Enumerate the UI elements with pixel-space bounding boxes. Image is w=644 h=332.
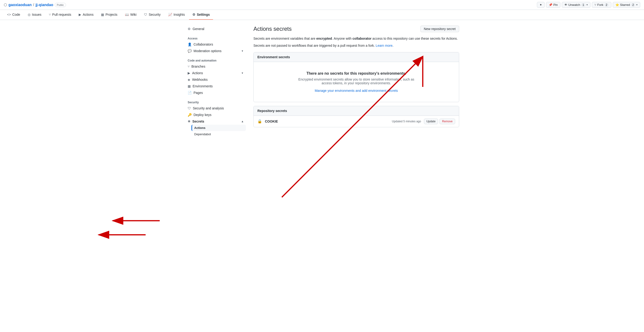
main-content: Actions secrets New repository secret Se… [254, 26, 459, 137]
page-header: Actions secrets New repository secret [254, 26, 459, 32]
pages-icon: 📄 [188, 91, 192, 94]
org-link[interactable]: gaoxiaoduan [8, 3, 32, 7]
sidebar-item-secrets-actions[interactable]: Actions [192, 125, 246, 131]
repo-secrets-header: Repository secrets [254, 106, 459, 116]
separator: / [33, 3, 34, 7]
actions-sidebar-icon: ▶ [188, 71, 190, 75]
sidebar-section-code-automation: Code and automation [185, 56, 246, 63]
eye-icon: 👁 [564, 3, 568, 6]
description-line2: Secrets are not passed to workflows that… [254, 43, 459, 48]
sidebar-item-actions[interactable]: ▶ Actions ▾ [185, 70, 246, 76]
sidebar-item-collaborators[interactable]: 👤 Collaborators [185, 41, 246, 48]
sidebar-item-environments[interactable]: ▦ Environments [185, 83, 246, 90]
branches-icon: ⑂ [188, 64, 190, 68]
pin-button[interactable]: 📌 Pin [546, 2, 560, 8]
wiki-icon: 📖 [125, 13, 129, 16]
sidebar: ⚙ General Access 👤 Collaborators 💬 Moder… [185, 26, 246, 137]
secret-updated-cookie: Updated 5 minutes ago [392, 120, 421, 123]
new-repository-secret-button[interactable]: New repository secret [420, 26, 459, 32]
sidebar-item-secrets[interactable]: ✳ Secrets ▴ [185, 118, 246, 125]
pr-icon: ⑂ [49, 13, 51, 16]
webhooks-icon: ◈ [188, 78, 190, 82]
sidebar-section-access: Access [185, 34, 246, 41]
sidebar-item-pages[interactable]: 📄 Pages [185, 90, 246, 96]
chevron-up-icon: ▴ [242, 120, 243, 123]
security-icon: 🛡 [144, 13, 147, 16]
secrets-icon: ✳ [188, 120, 190, 123]
sidebar-item-moderation[interactable]: 💬 Moderation options ▾ [185, 48, 246, 54]
pin-icon: 📌 [549, 3, 552, 6]
chevron-down-icon: ▾ [242, 49, 243, 52]
secret-row-cookie: 🔒 COOKIE Updated 5 minutes ago Update Re… [254, 116, 459, 127]
issues-icon: ◎ [28, 13, 30, 16]
repo-secrets-section: Repository secrets 🔒 COOKIE Updated 5 mi… [254, 106, 459, 127]
sidebar-item-webhooks[interactable]: ◈ Webhooks [185, 76, 246, 83]
shield-icon: 🛡 [188, 106, 191, 110]
tab-pull-requests[interactable]: ⑂ Pull requests [46, 10, 74, 20]
secret-actions-cookie: Update Remove [424, 118, 455, 124]
key-icon: 🔑 [188, 113, 192, 117]
sidebar-section-security: Security [185, 98, 246, 105]
fork-button[interactable]: ⑂ Fork 2 [592, 2, 611, 8]
tab-bar: <> Code ◎ Issues ⑂ Pull requests ▶ Actio… [0, 10, 644, 20]
tab-code[interactable]: <> Code [4, 10, 24, 20]
fork-icon: ⑂ [594, 3, 596, 6]
sidebar-item-general[interactable]: ⚙ General [185, 26, 246, 32]
notifications-button[interactable]: ✦ [537, 2, 545, 8]
page-title: Actions secrets [254, 26, 292, 32]
projects-icon: ▦ [101, 13, 104, 16]
star-button[interactable]: ⭐ Starred 2 ▾ [613, 2, 640, 8]
top-actions: ✦ 📌 Pin 👁 Unwatch 1 ▾ ⑂ Fork 2 ⭐ Starred… [537, 2, 640, 8]
code-icon: <> [7, 13, 11, 16]
settings-icon: ⚙ [192, 13, 196, 16]
top-bar: ⬡ gaoxiaoduan / jj-qiandao Public ✦ 📌 Pi… [0, 0, 644, 10]
moderation-icon: 💬 [188, 49, 192, 53]
repo-icon: ⬡ [4, 2, 7, 7]
env-secrets-empty-title: There are no secrets for this repository… [258, 72, 455, 76]
tab-settings[interactable]: ⚙ Settings [189, 10, 213, 20]
actions-icon: ▶ [79, 13, 81, 16]
env-secrets-section: Environment secrets There are no secrets… [254, 52, 459, 102]
sidebar-secrets-sub: Actions Dependabot [185, 125, 246, 137]
secret-name-cookie: COOKIE [265, 120, 389, 123]
update-button-cookie[interactable]: Update [424, 118, 438, 124]
tab-issues[interactable]: ◎ Issues [24, 10, 44, 20]
tab-actions[interactable]: ▶ Actions [76, 10, 97, 20]
sparkle-icon: ✦ [540, 3, 542, 6]
sidebar-item-branches[interactable]: ⑂ Branches [185, 63, 246, 70]
learn-more-link[interactable]: Learn more [376, 44, 393, 48]
person-icon: 👤 [188, 42, 192, 46]
star-icon: ⭐ [615, 3, 619, 6]
tab-security[interactable]: 🛡 Security [141, 10, 164, 20]
environments-icon: ▦ [188, 84, 191, 88]
tab-wiki[interactable]: 📖 Wiki [122, 10, 140, 20]
repo-title: ⬡ gaoxiaoduan / jj-qiandao Public [4, 2, 535, 7]
tab-projects[interactable]: ▦ Projects [98, 10, 121, 20]
repo-link[interactable]: jj-qiandao [36, 3, 53, 7]
sidebar-item-secrets-dependabot[interactable]: Dependabot [192, 131, 246, 137]
env-secrets-empty-desc: Encrypted environment secrets allow you … [298, 78, 415, 85]
env-secrets-header: Environment secrets [254, 52, 459, 62]
unwatch-dropdown-icon[interactable]: ▾ [586, 3, 588, 6]
sidebar-item-security-analysis[interactable]: 🛡 Security and analysis [185, 105, 246, 112]
unwatch-button[interactable]: 👁 Unwatch 1 ▾ [562, 2, 590, 8]
tab-insights[interactable]: 📈 Insights [165, 10, 188, 20]
lock-icon: 🔒 [258, 119, 262, 124]
env-secrets-empty-state: There are no secrets for this repository… [254, 62, 459, 102]
sidebar-item-deploy-keys[interactable]: 🔑 Deploy keys [185, 112, 246, 118]
visibility-badge: Public [55, 3, 66, 7]
gear-icon: ⚙ [188, 27, 191, 31]
chevron-down-icon-actions: ▾ [242, 72, 243, 75]
main-layout: ⚙ General Access 👤 Collaborators 💬 Moder… [181, 20, 463, 143]
star-dropdown-icon[interactable]: ▾ [636, 3, 638, 6]
description-line1: Secrets are environment variables that a… [254, 36, 459, 41]
description-block: Secrets are environment variables that a… [254, 36, 459, 48]
manage-environments-link[interactable]: Manage your environments and add environ… [315, 89, 398, 92]
insights-icon: 📈 [168, 13, 172, 16]
remove-button-cookie[interactable]: Remove [440, 118, 455, 124]
